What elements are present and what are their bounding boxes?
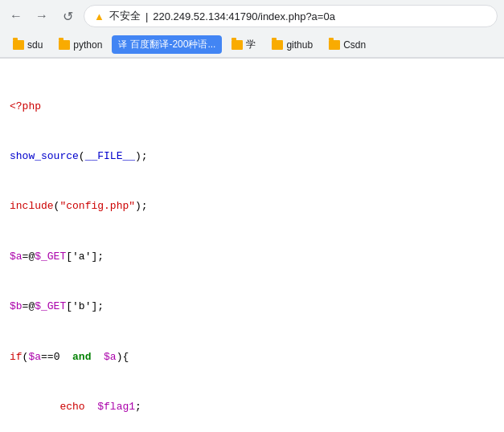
folder-icon: [13, 40, 24, 50]
code-line-4: $a=@$_GET['a'];: [10, 249, 494, 266]
code-block: <?php show_source(__FILE__); include("co…: [10, 65, 494, 432]
nav-bar: ← → ↺ ▲ 不安全 | 220.249.52.134:41790/index…: [0, 0, 504, 32]
bookmark-sdu[interactable]: sdu: [6, 37, 49, 53]
folder-icon: [59, 40, 70, 50]
code-line-6: if($a==0 and $a){: [10, 349, 494, 366]
browser-chrome: ← → ↺ ▲ 不安全 | 220.249.52.134:41790/index…: [0, 0, 504, 59]
folder-icon: [232, 40, 243, 50]
bookmarks-bar: sdu python 译 百度翻译-200种语... 学 github Csdn: [0, 32, 504, 58]
folder-icon: [329, 40, 340, 50]
bookmark-github-label: github: [286, 39, 313, 51]
code-line-5: $b=@$_GET['b'];: [10, 299, 494, 316]
insecure-label: 不安全: [109, 9, 141, 23]
folder-icon: [272, 40, 283, 50]
bookmark-csdn-label: Csdn: [343, 39, 366, 51]
code-line-2: show_source(__FILE__);: [10, 149, 494, 165]
warning-icon: ▲: [94, 10, 104, 22]
back-button[interactable]: ←: [6, 6, 26, 26]
code-line-1: <?php: [10, 99, 494, 116]
forward-button[interactable]: →: [32, 6, 51, 26]
bookmark-translate[interactable]: 译 百度翻译-200种语...: [112, 35, 222, 54]
bookmark-xue-label: 学: [246, 38, 256, 51]
reload-button[interactable]: ↺: [58, 6, 77, 26]
bookmark-python-label: python: [73, 39, 102, 51]
bookmark-sdu-label: sdu: [27, 39, 43, 51]
page-content: <?php show_source(__FILE__); include("co…: [0, 59, 504, 432]
bookmark-python[interactable]: python: [52, 37, 109, 53]
bookmark-github[interactable]: github: [265, 37, 319, 53]
translate-icon: 译: [118, 39, 127, 51]
bookmark-translate-label: 百度翻译-200种语...: [130, 38, 215, 51]
bookmark-xue[interactable]: 学: [225, 35, 262, 54]
code-line-3: include("config.php");: [10, 198, 494, 215]
address-url: 220.249.52.134:41790/index.php?a=0a: [153, 10, 335, 22]
code-line-7: echo $flag1;: [10, 399, 494, 416]
bookmark-csdn[interactable]: Csdn: [322, 37, 372, 53]
address-bar[interactable]: ▲ 不安全 | 220.249.52.134:41790/index.php?a…: [84, 5, 498, 27]
address-separator: |: [145, 10, 148, 22]
